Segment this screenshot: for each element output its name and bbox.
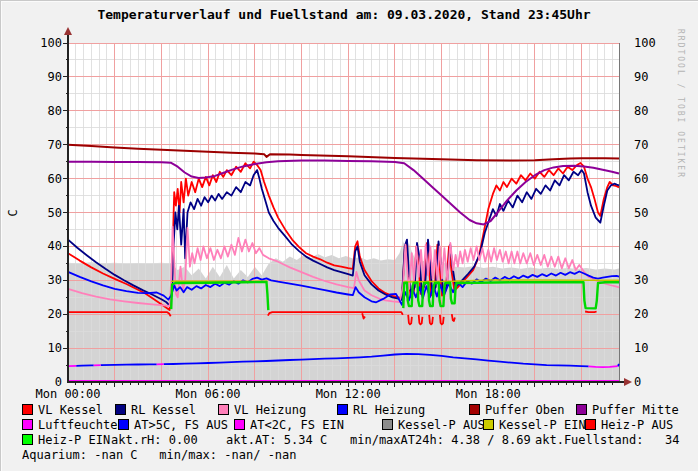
legend-row-3: Heiz-P EIN akt.rH: 0.00 akt.AT: 5.34 C m… [22, 432, 692, 447]
rrdtool-graph: Temperaturverlauf und Fuellstand am: 09.… [0, 0, 698, 471]
svg-text:80: 80 [634, 104, 648, 118]
svg-text:C: C [6, 209, 20, 216]
legend-swatch [22, 434, 33, 445]
legend-row-4: Aquarium: -nan C min/max: -nan/ -nan [22, 447, 692, 462]
legend-item: AT>5C, FS AUS [118, 418, 234, 432]
svg-text:Mon 06:00: Mon 06:00 [176, 387, 241, 401]
legend-swatch [22, 419, 33, 430]
svg-text:90: 90 [48, 70, 62, 84]
legend-swatch [234, 419, 245, 430]
legend-item: Luftfeuchte [22, 418, 118, 432]
legend-swatch [337, 404, 348, 415]
legend-label: Kessel-P EIN [499, 418, 586, 432]
legend-swatch [585, 419, 596, 430]
legend-swatch [118, 419, 129, 430]
svg-text:100: 100 [634, 36, 656, 50]
legend-swatch [22, 404, 33, 415]
legend-item: Puffer Oben [469, 403, 576, 417]
legend-label: Puffer Mitte [592, 403, 679, 417]
legend-item: Heiz-P AUS [585, 418, 673, 432]
legend-swatch [115, 404, 126, 415]
svg-text:40: 40 [48, 239, 62, 253]
legend-item: Puffer Mitte [576, 403, 679, 417]
legend-label: Kessel-P AUS [398, 418, 485, 432]
svg-text:100: 100 [40, 36, 62, 50]
legend-label: RL Heizung [353, 403, 425, 417]
svg-text:10: 10 [634, 341, 648, 355]
svg-text:60: 60 [48, 172, 62, 186]
svg-text:Mon 00:00: Mon 00:00 [35, 387, 100, 401]
legend-swatch [576, 404, 587, 415]
legend-label: Heiz-P EIN [38, 433, 110, 447]
chart-plot: 0010102020303040405050606070708080909010… [1, 1, 698, 401]
legend-label: Puffer Oben [485, 403, 564, 417]
legend-item: Heiz-P EIN [22, 433, 111, 447]
legend-item: Kessel-P AUS [382, 418, 483, 432]
legend-label: AT>5C, FS AUS [134, 418, 228, 432]
legend-item: Kessel-P EIN [483, 418, 585, 432]
stat-fuellstand: akt.Fuellstand: 34 [535, 433, 680, 447]
legend-label: VL Heizung [234, 403, 306, 417]
legend-label: RL Kessel [131, 403, 196, 417]
stat-akt-at: akt.AT: 5.34 C [226, 433, 350, 447]
svg-text:70: 70 [48, 138, 62, 152]
svg-text:20: 20 [634, 307, 648, 321]
legend-item: RL Kessel [115, 403, 218, 417]
legend-item: AT<2C, FS EIN [234, 418, 382, 432]
svg-text:90: 90 [634, 70, 648, 84]
legend-label: AT<2C, FS EIN [250, 418, 344, 432]
svg-text:30: 30 [634, 273, 648, 287]
legend-row-1: VL Kessel RL Kessel VL Heizung RL Heizun… [22, 402, 692, 417]
legend-label: Luftfeuchte [38, 418, 117, 432]
stat-minmax-at: min/maxAT24h: 4.38 / 8.69 [350, 433, 535, 447]
legend-item: VL Kessel [22, 403, 115, 417]
svg-text:70: 70 [634, 138, 648, 152]
svg-text:20: 20 [48, 307, 62, 321]
legend-item: VL Heizung [218, 403, 337, 417]
svg-text:40: 40 [634, 239, 648, 253]
svg-text:Mon 18:00: Mon 18:00 [456, 387, 521, 401]
svg-text:50: 50 [634, 206, 648, 220]
legend-swatch [218, 404, 229, 415]
legend: VL Kessel RL Kessel VL Heizung RL Heizun… [22, 402, 692, 462]
legend-label: VL Kessel [38, 403, 103, 417]
svg-text:30: 30 [48, 273, 62, 287]
svg-text:Mon 12:00: Mon 12:00 [316, 387, 381, 401]
svg-text:50: 50 [48, 206, 62, 220]
svg-text:0: 0 [634, 375, 641, 389]
legend-swatch [483, 419, 494, 430]
legend-label: Heiz-P AUS [601, 418, 673, 432]
stat-akt-rh: akt.rH: 0.00 [111, 433, 226, 447]
svg-text:60: 60 [634, 172, 648, 186]
svg-text:80: 80 [48, 104, 62, 118]
legend-swatch [382, 419, 393, 430]
legend-item: RL Heizung [337, 403, 469, 417]
legend-row-2: Luftfeuchte AT>5C, FS AUS AT<2C, FS EIN … [22, 417, 692, 432]
svg-text:10: 10 [48, 341, 62, 355]
stat-aquarium: Aquarium: -nan C min/max: -nan/ -nan [22, 448, 297, 462]
legend-swatch [469, 404, 480, 415]
